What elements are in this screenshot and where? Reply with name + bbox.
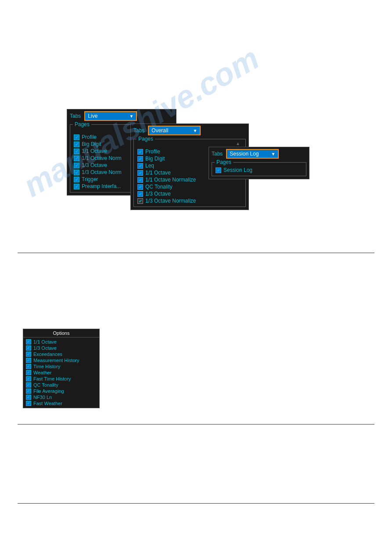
live-page-11octave-label: 1/1 Octave xyxy=(82,148,107,154)
dialog-session-tabs-select[interactable]: Session Log ▼ xyxy=(226,149,279,159)
live-page-13octavenorm-checkbox[interactable]: ✔ xyxy=(74,170,79,175)
overall-page-bigdigit-checkbox[interactable]: ✔ xyxy=(137,156,143,162)
overall-page-bigdigit-label: Big Digit xyxy=(145,156,165,162)
dialog-overall-tabs-value: Overall xyxy=(151,127,168,134)
option-qc-tonality-label: QC Tonality xyxy=(33,382,58,388)
live-page-11octavenorm-checkbox[interactable]: ✔ xyxy=(74,156,79,161)
divider-2 xyxy=(18,424,374,424)
overall-page-profile-checkbox[interactable]: ✔ xyxy=(137,149,143,155)
dialog-live-dropdown-arrow: ▼ xyxy=(129,114,133,119)
option-fast-time-history-label: Fast Time History xyxy=(33,376,71,381)
option-time-history-label: Time History xyxy=(33,364,60,369)
option-time-history[interactable]: ✔ Time History xyxy=(26,364,97,369)
dialog-session: Tabs Session Log ▼ Pages ✔ Session Log xyxy=(209,147,309,179)
live-page-trigger-label: Trigger xyxy=(82,176,98,182)
overall-page-qctonality-label: QC Tonality xyxy=(145,184,173,190)
dialog-live-tabs-select[interactable]: Live ▼ xyxy=(84,111,137,121)
live-page-preamp-label: Preamp Interfa... xyxy=(82,183,121,189)
divider-1 xyxy=(18,253,374,253)
option-nf30-ln-checkbox[interactable]: ✔ xyxy=(26,395,31,400)
option-13octave-label: 1/3 Octave xyxy=(33,345,57,351)
dialog-overall-pages-label: Pages xyxy=(137,136,155,142)
option-11octave[interactable]: ✔ 1/1 Octave xyxy=(26,339,97,345)
dialog-session-header: Tabs Session Log ▼ xyxy=(209,147,309,160)
dialog-overall-tabs-label: Tabs xyxy=(133,127,144,134)
live-page-profile-checkbox[interactable]: ✔ xyxy=(74,134,79,140)
dialog-overall-dropdown-arrow: ▼ xyxy=(193,128,197,133)
option-exceedances-label: Exceedances xyxy=(33,352,62,357)
overall-page-13octavenorm-checkbox[interactable]: ✔ xyxy=(137,198,143,204)
overall-page-11octave-checkbox[interactable]: ✔ xyxy=(137,170,143,176)
options-list: ✔ 1/1 Octave ✔ 1/3 Octave ✔ Exceedances … xyxy=(23,337,99,408)
overall-page-13octave-label: 1/3 Octave xyxy=(145,191,171,197)
dialog-session-tabs-label: Tabs xyxy=(212,151,223,157)
options-header: Options xyxy=(23,329,99,337)
live-page-profile-label: Profile xyxy=(82,134,97,140)
overall-page-11octavenorm-checkbox[interactable]: ✔ xyxy=(137,177,143,183)
dialog-live-tabs-label: Tabs xyxy=(70,113,81,119)
session-page-sessionlog-label: Session Log xyxy=(223,167,252,173)
option-11octave-checkbox[interactable]: ✔ xyxy=(26,339,31,345)
option-weather-label: Weather xyxy=(33,370,51,375)
live-page-13octave-label: 1/3 Octave xyxy=(82,162,107,168)
overall-page-qctonality[interactable]: ✔ QC Tonality xyxy=(137,184,242,190)
option-nf30-ln[interactable]: ✔ NF30 Ln xyxy=(26,395,97,400)
live-page-preamp-checkbox[interactable]: ✔ xyxy=(74,184,79,189)
live-page-11octave-checkbox[interactable]: ✔ xyxy=(74,149,79,154)
dialog-session-pages-list: ✔ Session Log xyxy=(216,167,302,173)
options-box: Options ✔ 1/1 Octave ✔ 1/3 Octave ✔ Exce… xyxy=(23,329,100,408)
session-page-sessionlog[interactable]: ✔ Session Log xyxy=(216,167,302,173)
dialog-session-pages-group: Pages ✔ Session Log xyxy=(212,162,306,176)
dialog-overall-header: Tabs Overall ▼ xyxy=(131,124,248,137)
option-11octave-label: 1/1 Octave xyxy=(33,339,57,345)
live-page-13octave-checkbox[interactable]: ✔ xyxy=(74,163,79,168)
option-exceedances-checkbox[interactable]: ✔ xyxy=(26,352,31,357)
overall-page-leq-label: Leq xyxy=(145,163,154,169)
option-fast-weather[interactable]: ✔ Fast Weather xyxy=(26,401,97,406)
overall-page-13octave[interactable]: ✔ 1/3 Octave xyxy=(137,191,242,197)
option-13octave[interactable]: ✔ 1/3 Octave xyxy=(26,345,97,351)
option-13octave-checkbox[interactable]: ✔ xyxy=(26,345,31,351)
dialog-session-dropdown-arrow: ▼ xyxy=(271,152,275,156)
option-measurement-history-checkbox[interactable]: ✔ xyxy=(26,358,31,363)
divider-3 xyxy=(18,503,374,504)
live-page-13octavenorm-label: 1/3 Octave Norm xyxy=(82,169,122,175)
option-file-averaging[interactable]: ✔ File Averaging xyxy=(26,388,97,394)
overall-page-qctonality-checkbox[interactable]: ✔ xyxy=(137,184,143,190)
dialog-session-pages-label: Pages xyxy=(215,159,233,165)
option-fast-weather-label: Fast Weather xyxy=(33,401,62,406)
session-page-sessionlog-checkbox[interactable]: ✔ xyxy=(216,167,221,173)
live-page-11octavenorm-label: 1/1 Octave Norm xyxy=(82,155,122,161)
overall-page-11octavenorm-label: 1/1 Octave Normalize xyxy=(145,177,196,183)
overall-page-13octavenorm-label: 1/3 Octave Normalize xyxy=(145,198,196,204)
overall-page-13octavenorm[interactable]: ✔ 1/3 Octave Normalize xyxy=(137,198,242,204)
dialog-live-tabs-value: Live xyxy=(88,113,97,119)
option-weather-checkbox[interactable]: ✔ xyxy=(26,370,31,375)
option-qc-tonality-checkbox[interactable]: ✔ xyxy=(26,382,31,388)
option-file-averaging-checkbox[interactable]: ✔ xyxy=(26,388,31,394)
option-fast-time-history[interactable]: ✔ Fast Time History xyxy=(26,376,97,381)
option-exceedances[interactable]: ✔ Exceedances xyxy=(26,352,97,357)
overall-page-11octave-label: 1/1 Octave xyxy=(145,170,171,176)
option-file-averaging-label: File Averaging xyxy=(33,388,64,394)
dialog-live-pages-label: Pages xyxy=(73,121,91,127)
option-weather[interactable]: ✔ Weather xyxy=(26,370,97,375)
option-measurement-history[interactable]: ✔ Measurement History xyxy=(26,358,97,363)
option-fast-weather-checkbox[interactable]: ✔ xyxy=(26,401,31,406)
overall-page-leq-checkbox[interactable]: ✔ xyxy=(137,163,143,169)
live-page-trigger-checkbox[interactable]: ✔ xyxy=(74,177,79,182)
dialog-live-header: Tabs Live ▼ xyxy=(67,109,176,123)
live-page-bigdigit-checkbox[interactable]: ✔ xyxy=(74,141,79,147)
option-qc-tonality[interactable]: ✔ QC Tonality xyxy=(26,382,97,388)
dialog-session-tabs-value: Session Log xyxy=(230,151,259,157)
live-page-bigdigit-label: Big Digit xyxy=(82,141,101,147)
option-measurement-history-label: Measurement History xyxy=(33,358,79,363)
option-fast-time-history-checkbox[interactable]: ✔ xyxy=(26,376,31,381)
option-time-history-checkbox[interactable]: ✔ xyxy=(26,364,31,369)
option-nf30-ln-label: NF30 Ln xyxy=(33,395,52,400)
overall-page-profile-label: Profile xyxy=(145,149,160,155)
dialog-overall-tabs-select[interactable]: Overall ▼ xyxy=(148,126,201,135)
overall-page-13octave-checkbox[interactable]: ✔ xyxy=(137,191,143,197)
